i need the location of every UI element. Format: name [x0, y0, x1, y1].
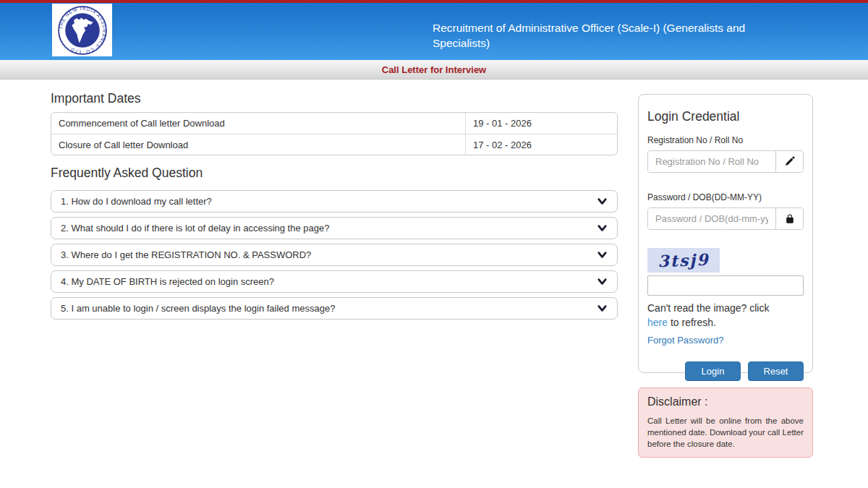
table-row: Closure of Call letter Download 17 - 02 … — [51, 134, 617, 155]
disclaimer-body: Call Letter will be online from the abov… — [647, 415, 804, 450]
chevron-down-icon — [597, 276, 608, 287]
pencil-icon — [784, 156, 795, 167]
date-row-value: 17 - 02 - 2026 — [465, 134, 617, 155]
reset-button[interactable]: Reset — [748, 361, 804, 381]
password-label: Password / DOB(DD-MM-YY) — [647, 192, 804, 202]
faq-heading: Frequently Asked Question — [51, 166, 203, 181]
faq-item-1[interactable]: 1. How do I download my call letter? — [51, 190, 618, 213]
date-row-label: Commencement of Call letter Download — [51, 118, 465, 129]
important-dates-heading: Important Dates — [51, 91, 141, 106]
password-input-group — [647, 207, 804, 230]
faq-question-text: 4. My DATE OF BIRTH is rejected on login… — [61, 276, 274, 287]
subbar: Call Letter for Interview — [0, 60, 868, 80]
faq-list: 1. How do I download my call letter? 2. … — [51, 190, 618, 320]
faq-item-4[interactable]: 4. My DATE OF BIRTH is rejected on login… — [51, 270, 618, 293]
password-addon — [775, 208, 803, 229]
chevron-down-icon — [597, 196, 608, 207]
login-button-row: Login Reset — [647, 361, 804, 381]
login-credential-panel: Login Credential Registration No / Roll … — [638, 94, 813, 373]
captcha-input[interactable] — [647, 275, 804, 296]
disclaimer-heading: Disclaimer : — [647, 395, 804, 408]
captcha-text: 3tsj9 — [658, 250, 710, 270]
faq-question-text: 2. What should I do if there is lot of d… — [61, 223, 329, 234]
faq-question-text: 3. Where do I get the REGISTRATION NO. &… — [61, 249, 311, 260]
chevron-down-icon — [597, 223, 608, 234]
chevron-down-icon — [597, 303, 608, 314]
table-row: Commencement of Call letter Download 19 … — [51, 113, 617, 134]
disclaimer-box: Disclaimer : Call Letter will be online … — [638, 388, 813, 458]
faq-item-5[interactable]: 5. I am unable to login / screen display… — [51, 297, 618, 320]
captcha-help-prefix: Can't read the image? click — [647, 302, 769, 314]
date-row-value: 19 - 01 - 2026 — [465, 113, 617, 134]
registration-addon — [775, 151, 803, 172]
faq-question-text: 5. I am unable to login / screen display… — [61, 303, 335, 314]
faq-item-3[interactable]: 3. Where do I get the REGISTRATION NO. &… — [51, 244, 618, 266]
company-logo: THE NEW INDIA ASSURANCE CO. LTD. — [52, 4, 112, 56]
lock-icon — [785, 213, 795, 224]
chevron-down-icon — [597, 249, 608, 260]
call-letter-banner-text: Call Letter for Interview — [382, 64, 486, 75]
captcha-help-text: Can't read the image? click here to refr… — [647, 301, 792, 330]
login-button[interactable]: Login — [685, 361, 741, 381]
faq-question-text: 1. How do I download my call letter? — [61, 196, 212, 207]
login-heading: Login Credential — [647, 109, 804, 124]
registration-input-group — [647, 150, 804, 173]
header-banner: THE NEW INDIA ASSURANCE CO. LTD. Recruit… — [0, 3, 868, 60]
captcha-image: 3tsj9 — [647, 248, 720, 273]
registration-input[interactable] — [648, 151, 775, 172]
forgot-password-link[interactable]: Forgot Password? — [647, 335, 724, 346]
page: THE NEW INDIA ASSURANCE CO. LTD. Recruit… — [0, 0, 868, 488]
page-title: Recruitment of Administrative Officer (S… — [433, 20, 787, 51]
faq-item-2[interactable]: 2. What should I do if there is lot of d… — [51, 217, 618, 239]
password-input[interactable] — [648, 208, 775, 229]
important-dates-table: Commencement of Call letter Download 19 … — [51, 112, 618, 155]
refresh-captcha-link[interactable]: here — [647, 317, 668, 328]
new-india-assurance-seal-icon: THE NEW INDIA ASSURANCE CO. LTD. — [57, 5, 108, 56]
date-row-label: Closure of Call letter Download — [51, 140, 465, 150]
captcha-help-suffix: to refresh. — [671, 317, 716, 328]
registration-label: Registration No / Roll No — [647, 135, 804, 145]
